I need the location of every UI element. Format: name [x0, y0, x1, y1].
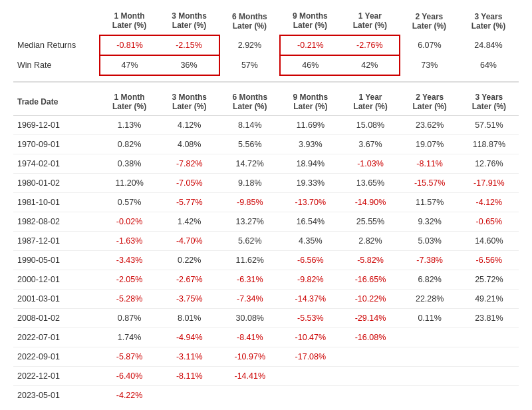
table-row: 1981-10-010.57%-5.77%-9.85%-13.70%-14.90…	[13, 193, 519, 212]
detail-cell-r3-c0: 11.20%	[100, 174, 159, 193]
detail-cell-r1-c0: 0.82%	[100, 135, 159, 154]
detail-cell-r14-c1	[159, 386, 219, 405]
detail-cell-r5-c1: 1.42%	[159, 212, 219, 232]
detail-cell-r0-c2: 8.14%	[219, 116, 280, 135]
detail-cell-r0-c6: 57.51%	[460, 116, 519, 135]
table-row: 1980-01-0211.20%-7.05%9.18%19.33%13.65%-…	[13, 174, 519, 193]
trade-date-cell: 2000-12-01	[13, 270, 100, 290]
detail-col-3months: 3 MonthsLater (%)	[159, 88, 219, 116]
table-row: 1974-02-010.38%-7.82%14.72%18.94%-1.03%-…	[13, 154, 519, 174]
detail-cell-r5-c2: 13.27%	[219, 212, 280, 232]
table-row: 2023-05-01-4.22%	[13, 386, 519, 405]
detail-cell-r1-c4: 3.67%	[340, 135, 400, 154]
detail-header-row: Trade Date 1 MonthLater (%) 3 MonthsLate…	[13, 88, 519, 116]
detail-cell-r12-c3: -17.08%	[280, 347, 340, 367]
detail-cell-r7-c3: -6.56%	[280, 251, 340, 270]
detail-col-1month: 1 MonthLater (%)	[100, 88, 159, 116]
detail-cell-r9-c6: 49.21%	[460, 290, 519, 309]
trade-date-cell: 2022-12-01	[13, 367, 100, 386]
detail-cell-r11-c4: -16.08%	[340, 328, 400, 347]
detail-cell-r8-c5: 6.82%	[400, 270, 460, 290]
summary-col-2years: 2 YearsLater (%)	[400, 7, 459, 35]
summary-cell-r0-c6: 24.84%	[459, 35, 518, 55]
summary-col-1year: 1 YearLater (%)	[340, 7, 400, 35]
summary-table: 1 MonthLater (%) 3 MonthsLater (%) 6 Mon…	[13, 7, 519, 76]
trade-date-cell: 1982-08-02	[13, 212, 100, 232]
table-row: 2022-12-01-6.40%-8.11%-14.41%	[13, 367, 519, 386]
table-row: 2022-09-01-5.87%-3.11%-10.97%-17.08%	[13, 347, 519, 367]
detail-cell-r4-c6: -4.12%	[460, 193, 519, 212]
detail-cell-r0-c5: 23.62%	[400, 116, 460, 135]
trade-date-cell: 1980-01-02	[13, 174, 100, 193]
trade-date-cell: 1969-12-01	[13, 116, 100, 135]
detail-cell-r3-c3: 19.33%	[280, 174, 340, 193]
detail-cell-r3-c6: -17.91%	[460, 174, 519, 193]
detail-col-date: Trade Date	[13, 88, 100, 116]
detail-cell-r6-c4: 2.82%	[340, 232, 400, 251]
detail-cell-r9-c5: 22.28%	[400, 290, 460, 309]
detail-cell-r8-c0: -2.05%	[100, 270, 159, 290]
detail-cell-r12-c1: -3.11%	[159, 347, 219, 367]
table-row: 1970-09-010.82%4.08%5.56%3.93%3.67%19.07…	[13, 135, 519, 154]
summary-cell-r0-c5: 6.07%	[400, 35, 459, 55]
detail-cell-r6-c2: 5.62%	[219, 232, 280, 251]
detail-cell-r9-c4: -10.22%	[340, 290, 400, 309]
detail-cell-r3-c1: -7.05%	[159, 174, 219, 193]
detail-cell-r2-c6: 12.76%	[460, 154, 519, 174]
detail-cell-r2-c1: -7.82%	[159, 154, 219, 174]
detail-col-3years: 3 YearsLater (%)	[460, 88, 519, 116]
summary-col-3years: 3 YearsLater (%)	[459, 7, 518, 35]
detail-cell-r0-c0: 1.13%	[100, 116, 159, 135]
trade-date-cell: 1974-02-01	[13, 154, 100, 174]
detail-cell-r13-c3	[280, 367, 340, 386]
summary-col-3months: 3 MonthsLater (%)	[159, 7, 219, 35]
detail-cell-r7-c6: -6.56%	[460, 251, 519, 270]
detail-cell-r10-c1: 8.01%	[159, 309, 219, 328]
detail-cell-r4-c2: -9.85%	[219, 193, 280, 212]
detail-col-2years: 2 YearsLater (%)	[400, 88, 460, 116]
detail-cell-r14-c5	[400, 386, 460, 405]
summary-col-6months: 6 MonthsLater (%)	[219, 7, 280, 35]
summary-cell-r1-c4: 42%	[340, 55, 400, 75]
table-row: 1969-12-011.13%4.12%8.14%11.69%15.08%23.…	[13, 116, 519, 135]
detail-cell-r12-c4	[340, 347, 400, 367]
detail-cell-r4-c0: 0.57%	[100, 193, 159, 212]
detail-cell-r13-c4	[340, 367, 400, 386]
detail-cell-r11-c1: -4.94%	[159, 328, 219, 347]
detail-cell-r10-c6: 23.81%	[460, 309, 519, 328]
detail-cell-r0-c3: 11.69%	[280, 116, 340, 135]
trade-date-cell: 1981-10-01	[13, 193, 100, 212]
detail-cell-r4-c5: 11.57%	[400, 193, 460, 212]
detail-cell-r11-c2: -8.41%	[219, 328, 280, 347]
detail-cell-r9-c1: -3.75%	[159, 290, 219, 309]
table-row: 2022-07-011.74%-4.94%-8.41%-10.47%-16.08…	[13, 328, 519, 347]
win-rate-row: Win Rate47%36%57%46%42%73%64%	[13, 55, 518, 75]
median-returns-label: Median Returns	[13, 35, 100, 55]
main-container: 1 MonthLater (%) 3 MonthsLater (%) 6 Mon…	[0, 0, 532, 410]
detail-cell-r12-c0: -5.87%	[100, 347, 159, 367]
detail-cell-r5-c5: 9.32%	[400, 212, 460, 232]
detail-cell-r10-c2: 30.08%	[219, 309, 280, 328]
detail-cell-r0-c1: 4.12%	[159, 116, 219, 135]
detail-cell-r1-c1: 4.08%	[159, 135, 219, 154]
detail-cell-r13-c6	[460, 367, 519, 386]
summary-col-1month: 1 MonthLater (%)	[100, 7, 159, 35]
detail-cell-r13-c2: -14.41%	[219, 367, 280, 386]
table-row: 1987-12-01-1.63%-4.70%5.62%4.35%2.82%5.0…	[13, 232, 519, 251]
detail-cell-r12-c2: -10.97%	[219, 347, 280, 367]
detail-cell-r13-c5	[400, 367, 460, 386]
win-rate-label: Win Rate	[13, 55, 100, 75]
detail-cell-r0-c4: 15.08%	[340, 116, 400, 135]
detail-cell-r10-c5: 0.11%	[400, 309, 460, 328]
median-returns-row: Median Returns-0.81%-2.15%2.92%-0.21%-2.…	[13, 35, 518, 55]
detail-cell-r2-c2: 14.72%	[219, 154, 280, 174]
summary-col-9months: 9 MonthsLater (%)	[280, 7, 340, 35]
detail-cell-r4-c4: -14.90%	[340, 193, 400, 212]
detail-cell-r5-c4: 25.55%	[340, 212, 400, 232]
summary-cell-r1-c5: 73%	[400, 55, 459, 75]
trade-date-cell: 2008-01-02	[13, 309, 100, 328]
detail-cell-r2-c0: 0.38%	[100, 154, 159, 174]
trade-date-cell: 1970-09-01	[13, 135, 100, 154]
detail-cell-r12-c5	[400, 347, 460, 367]
table-row: 2008-01-020.87%8.01%30.08%-5.53%-29.14%0…	[13, 309, 519, 328]
